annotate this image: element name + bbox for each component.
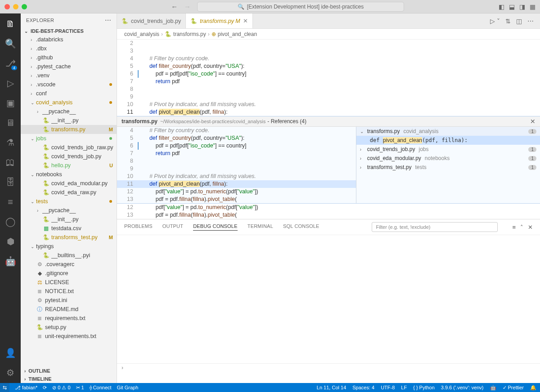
peek-reference-item[interactable]: ›covid_trends_job.pyjobs1 (356, 145, 540, 154)
tree-file[interactable]: 🐍__builtins__.pyi (21, 251, 117, 260)
editor-more-icon[interactable]: ⋯ (527, 18, 534, 25)
prettier-status[interactable]: ✓ Prettier (503, 385, 524, 391)
tree-file[interactable]: 🐍transforms.pyM (21, 125, 117, 134)
tree-file[interactable]: 🐍covid_trends_job_raw.py (21, 143, 117, 152)
nav-back-icon[interactable]: ← (171, 3, 178, 10)
ports[interactable]: ✂ 1 (76, 385, 84, 391)
tree-folder[interactable]: ›.vscode (21, 80, 117, 89)
panel-settings-icon[interactable]: ≡ (512, 224, 516, 231)
copilot-status-icon[interactable]: 🤖 (490, 385, 496, 391)
tree-file[interactable]: ⚙.coveragerc (21, 260, 117, 269)
tree-folder[interactable]: ›.databricks (21, 35, 117, 44)
testing-icon[interactable]: ⚗ (4, 137, 16, 148)
tree-folder[interactable]: ⌄notebooks (21, 170, 117, 179)
command-center[interactable]: 🔍 [Extension Development Host] ide-best-… (197, 2, 404, 12)
peek-reference-item[interactable]: ›covid_eda_modular.pynotebooks1 (356, 154, 540, 163)
accounts-icon[interactable]: 👤 (4, 347, 16, 359)
tree-folder[interactable]: ⌄jobs (21, 134, 117, 143)
panel-tab[interactable]: OUTPUT (162, 223, 183, 231)
run-button-icon[interactable]: ▷ ˅ (490, 18, 500, 25)
language-mode[interactable]: { } Python (413, 385, 435, 391)
panel-tab[interactable]: TERMINAL (248, 223, 273, 231)
indentation[interactable]: Spaces: 4 (352, 385, 374, 391)
peek-reference-detail[interactable]: def pivot_and_clean(pdf, fillna): (356, 136, 540, 145)
tree-folder[interactable]: ⌄covid_analysis (21, 98, 117, 107)
git-graph-button[interactable]: Git Graph (117, 385, 139, 390)
tree-file[interactable]: ≣requirements.txt (21, 314, 117, 323)
problems-count[interactable]: ⊘ 0 ⚠ 0 (52, 385, 70, 391)
tree-folder[interactable]: ›.venv (21, 71, 117, 80)
database-icon[interactable]: 🗄 (4, 176, 16, 188)
panel-filter-input[interactable]: Filter (e.g. text, !exclude) (372, 222, 498, 232)
close-window-icon[interactable] (4, 4, 10, 9)
peek-reference-item[interactable]: ›transforms_test.pytests1 (356, 163, 540, 172)
panel-collapse-icon[interactable]: ˄ (520, 224, 523, 231)
tree-file[interactable]: 🐍covid_eda_modular.py (21, 179, 117, 188)
tree-file[interactable]: 🐍setup.py (21, 323, 117, 332)
explorer-more-icon[interactable]: ⋯ (105, 17, 111, 24)
encoding[interactable]: UTF-8 (381, 385, 395, 391)
python-interpreter[interactable]: 3.9.6 ('.venv': venv) (441, 385, 484, 391)
explorer-icon[interactable]: 🗎 (4, 18, 16, 30)
tree-file[interactable]: 🐍covid_trends_job.py (21, 152, 117, 161)
bookmarks-icon[interactable]: 🕮 (4, 156, 16, 168)
breadcrumb-footer[interactable]: › (117, 363, 540, 372)
tree-folder[interactable]: ›conf (21, 89, 117, 98)
nav-forward-icon[interactable]: → (184, 3, 191, 10)
split-editor-icon[interactable]: ◫ (516, 18, 522, 25)
tree-file[interactable]: 🐍transforms_test.pyM (21, 233, 117, 242)
tree-file[interactable]: ▦testdata.csv (21, 224, 117, 233)
eol[interactable]: LF (401, 385, 407, 391)
tree-folder[interactable]: ⌄typings (21, 242, 117, 251)
peek-reference-item[interactable]: ⌄transforms.pycovid_analysis1 (356, 127, 540, 136)
connect-button[interactable]: ⟠ Connect (90, 385, 112, 391)
minimize-window-icon[interactable] (13, 4, 18, 9)
workspace-root[interactable]: ⌄IDE-BEST-PRACTICES (21, 27, 117, 35)
panel-tab[interactable]: SQL CONSOLE (283, 223, 320, 231)
peek-code[interactable]: 4 # Filter by country code.5 def filter_… (117, 127, 356, 203)
tree-file[interactable]: ⚖LICENSE (21, 278, 117, 287)
tree-folder[interactable]: ›.github (21, 53, 117, 62)
editor-below-peek[interactable]: 12 pdf["value"] = pd.to_numeric(pdf["val… (117, 204, 540, 219)
peek-close-icon[interactable]: ✕ (530, 118, 536, 125)
outline-section[interactable]: ›OUTLINE (21, 367, 117, 375)
cursor-position[interactable]: Ln 11, Col 14 (317, 385, 346, 391)
tree-folder[interactable]: ›.pytest_cache (21, 62, 117, 71)
remote-explorer-icon[interactable]: 🖥 (4, 117, 16, 129)
github-icon[interactable]: ◯ (4, 216, 16, 227)
tree-file[interactable]: ⚙pytest.ini (21, 296, 117, 305)
tree-file[interactable]: ≣NOTICE.txt (21, 287, 117, 296)
maximize-window-icon[interactable] (22, 4, 27, 9)
panel-close-icon[interactable]: ✕ (528, 224, 533, 231)
layout-panel-right-icon[interactable]: ◨ (519, 3, 525, 10)
editor-main[interactable]: 234 # Filter by country code.5 def filte… (117, 40, 540, 116)
panel-tab[interactable]: DEBUG CONSOLE (193, 223, 238, 231)
tab-close-icon[interactable]: ✕ (243, 18, 248, 24)
settings-gear-icon[interactable]: ⚙ (4, 367, 16, 379)
editor-tab[interactable]: 🐍transforms.py M✕ (186, 13, 253, 28)
terraform-icon[interactable]: ⬢ (4, 236, 16, 247)
tree-folder[interactable]: ›__pycache__ (21, 107, 117, 116)
tree-file[interactable]: 🐍hello.pyU (21, 161, 117, 170)
compare-icon[interactable]: ⇅ (505, 18, 511, 25)
layout-customize-icon[interactable]: ▦ (530, 3, 536, 10)
layout-panel-bottom-icon[interactable]: ⬓ (509, 3, 515, 10)
notifications-icon[interactable]: 🔔 (530, 385, 536, 391)
tree-file[interactable]: 🐍__init__.py (21, 116, 117, 125)
git-branch[interactable]: ⎇ fabian* (15, 385, 37, 391)
tree-file[interactable]: 🐍covid_eda_raw.py (21, 188, 117, 197)
extensions-icon[interactable]: ▣ (4, 97, 16, 109)
git-sync[interactable]: ⟳ (43, 385, 47, 391)
editor-tab[interactable]: 🐍covid_trends_job.py (117, 13, 186, 28)
tree-folder[interactable]: ›__pycache__ (21, 206, 117, 215)
tree-file[interactable]: ⓘREADME.md (21, 305, 117, 314)
breadcrumb[interactable]: covid_analysis› 🐍transforms.py› ⊕pivot_a… (117, 29, 540, 40)
run-debug-icon[interactable]: ▷ (4, 77, 16, 89)
copilot-icon[interactable]: 🤖 (4, 255, 16, 267)
tree-file[interactable]: 🐍__init__.py (21, 215, 117, 224)
remote-indicator[interactable]: ⇆ (0, 383, 9, 392)
search-icon[interactable]: 🔍 (4, 38, 16, 49)
layout-panel-left-icon[interactable]: ◧ (499, 3, 504, 10)
docker-icon[interactable]: ≡ (4, 196, 16, 208)
timeline-section[interactable]: ›TIMELINE (21, 375, 117, 383)
